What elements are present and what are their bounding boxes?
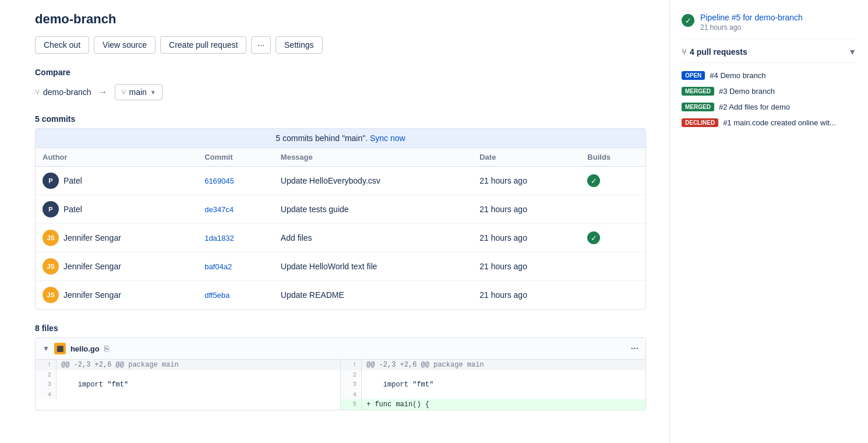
commits-table: Author Commit Message Date Builds P Pate…	[36, 148, 645, 309]
diff-new-line-4: 4	[341, 390, 645, 399]
file-type-icon: ⬛	[54, 343, 66, 354]
pr-item-text: #4 Demo branch	[710, 71, 765, 80]
avatar: JS	[43, 230, 59, 246]
file-more-options[interactable]: ···	[631, 343, 638, 354]
table-row: P Patel 6169045 Update HelloEverybody.cs…	[36, 167, 645, 195]
diff-new-content-4	[362, 390, 645, 399]
avatar: P	[43, 173, 59, 189]
commit-link[interactable]: baf04a2	[204, 262, 232, 271]
more-options-button[interactable]: ···	[251, 36, 271, 54]
pull-requests-list: OPEN #4 Demo branch MERGED #3 Demo branc…	[682, 63, 856, 135]
pr-item: DECLINED #1 main.code created online wit…	[682, 115, 856, 131]
author-name: Jennifer Sengar	[63, 233, 121, 242]
col-commit: Commit	[197, 148, 274, 167]
date-cell: 21 hours ago	[472, 252, 580, 281]
diff-old: ↑ @@ -2,3 +2,6 @@ package main 2 3 impor…	[36, 360, 340, 410]
diff-line-num-2: 2	[36, 370, 57, 379]
table-row: JS Jennifer Sengar baf04a2 Update HelloW…	[36, 252, 645, 281]
diff-new-content-5: + func main() {	[362, 399, 645, 410]
builds-cell	[580, 252, 645, 281]
create-pull-request-button[interactable]: Create pull request	[160, 36, 246, 54]
pr-item: MERGED #2 Add files for demo	[682, 99, 856, 115]
diff-line-num-3: 3	[36, 379, 57, 390]
commits-label: 5 commits	[35, 114, 646, 124]
pull-request-icon: ⑂	[682, 47, 686, 57]
to-branch-select[interactable]: ⑂ main ▼	[115, 84, 163, 100]
diff-line-content-2	[57, 370, 340, 379]
copy-icon[interactable]: ⎘	[104, 344, 109, 353]
message-cell: Add files	[274, 224, 472, 252]
pipeline-link[interactable]: Pipeline #5 for demo-branch	[700, 13, 803, 22]
message-cell: Update tests guide	[274, 195, 472, 224]
diff-new-header-content: @@ -2,3 +2,6 @@ package main	[362, 360, 645, 370]
view-source-button[interactable]: View source	[94, 36, 156, 54]
author-cell: P Patel	[36, 195, 197, 224]
author-cell: JS Jennifer Sengar	[36, 252, 197, 281]
date-cell: 21 hours ago	[472, 224, 580, 252]
col-date: Date	[472, 148, 580, 167]
commit-cell: dff5eba	[197, 281, 274, 310]
diff-line-content-4	[57, 390, 340, 399]
sidebar-chevron-icon[interactable]: ▼	[848, 47, 856, 57]
pr-badge: DECLINED	[682, 118, 718, 127]
table-row: JS Jennifer Sengar dff5eba Update README…	[36, 281, 645, 310]
diff-line-num-4: 4	[36, 390, 57, 399]
date-cell: 21 hours ago	[472, 195, 580, 224]
sync-now-link[interactable]: Sync now	[370, 133, 405, 143]
diff-new-num-3: 3	[341, 379, 362, 390]
commit-cell: de347c4	[197, 195, 274, 224]
diff-new-arrow-num: ↑	[341, 360, 362, 370]
pipeline-info: Pipeline #5 for demo-branch 21 hours ago	[700, 13, 803, 31]
avatar: JS	[43, 287, 59, 303]
commit-link[interactable]: dff5eba	[204, 291, 230, 300]
from-branch-name: demo-branch	[43, 87, 91, 97]
compare-arrow: →	[98, 87, 108, 97]
author-name: Patel	[63, 205, 82, 214]
builds-cell: ✓	[580, 224, 645, 252]
file-header: ▼ ⬛ hello.go ⎘ ···	[36, 338, 645, 360]
builds-cell	[580, 195, 645, 224]
author-name: Jennifer Sengar	[63, 262, 121, 271]
commits-table-wrapper: 5 commits behind "main". Sync now Author…	[35, 128, 646, 310]
commit-cell: baf04a2	[197, 252, 274, 281]
page-title: demo-branch	[35, 12, 646, 27]
file-block: ▼ ⬛ hello.go ⎘ ··· ↑ @@ -2,3 +2,6 @@ pac…	[35, 337, 646, 410]
commit-link[interactable]: 6169045	[204, 177, 234, 185]
builds-cell: ✓	[580, 167, 645, 195]
file-name: hello.go	[70, 344, 100, 353]
to-branch-name: main	[129, 87, 147, 97]
author-cell: P Patel	[36, 167, 197, 195]
table-row: P Patel de347c4 Update tests guide 21 ho…	[36, 195, 645, 224]
diff-line-content-3: import "fmt"	[57, 379, 340, 390]
settings-button[interactable]: Settings	[276, 36, 323, 54]
diff-arrow-num: ↑	[36, 360, 57, 370]
message-cell: Update HelloEverybody.csv	[274, 167, 472, 195]
commit-link[interactable]: de347c4	[204, 205, 234, 214]
date-cell: 21 hours ago	[472, 281, 580, 310]
diff-new-header-line: ↑ @@ -2,3 +2,6 @@ package main	[341, 360, 645, 370]
checkout-button[interactable]: Check out	[35, 36, 89, 54]
pr-badge: MERGED	[682, 87, 714, 96]
pull-requests-label: 4 pull requests	[690, 47, 747, 57]
commit-cell: 1da1832	[197, 224, 274, 252]
diff-new-line-3: 3 import "fmt"	[341, 379, 645, 390]
compare-label: Compare	[35, 68, 646, 77]
diff-new-num-5: 5	[341, 399, 362, 410]
author-name: Jennifer Sengar	[63, 290, 121, 300]
file-collapse-icon[interactable]: ▼	[43, 344, 50, 353]
builds-cell	[580, 281, 645, 310]
diff-new-line-5: 5 + func main() {	[341, 399, 645, 410]
diff-header-line: ↑ @@ -2,3 +2,6 @@ package main	[36, 360, 340, 370]
commit-link[interactable]: 1da1832	[204, 234, 234, 242]
author-cell: JS Jennifer Sengar	[36, 224, 197, 252]
files-section: 8 files ▼ ⬛ hello.go ⎘ ··· ↑	[35, 324, 646, 410]
from-branch: ⑂ demo-branch	[35, 87, 91, 97]
pr-item-text: #2 Add files for demo	[719, 103, 790, 111]
diff-old-line-4: 4	[36, 390, 340, 399]
author-name: Patel	[63, 176, 82, 185]
pr-item: OPEN #4 Demo branch	[682, 68, 856, 83]
diff-new-num-2: 2	[341, 370, 362, 379]
avatar: P	[43, 201, 59, 217]
message-cell: Update HelloWorld text file	[274, 252, 472, 281]
pr-badge: OPEN	[682, 71, 705, 80]
